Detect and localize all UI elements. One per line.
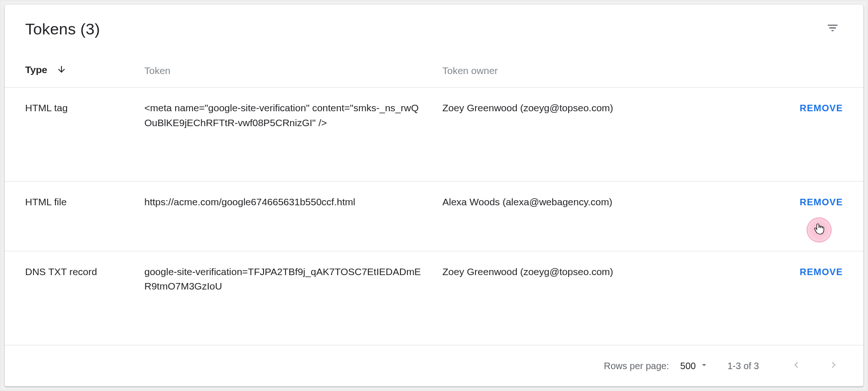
column-header-token[interactable]: Token xyxy=(135,50,433,88)
cell-token: google-site-verification=TFJPA2TBf9j_qAK… xyxy=(135,251,433,345)
rows-per-page-select[interactable]: 500 xyxy=(680,360,709,372)
cell-owner: Zoey Greenwood (zoeyg@topseo.com) xyxy=(433,251,694,345)
dropdown-icon xyxy=(699,360,709,372)
prev-page-button[interactable] xyxy=(787,357,806,375)
tokens-card: Tokens (3) Type Token Token owner xyxy=(5,5,863,386)
column-header-owner-label: Token owner xyxy=(442,65,498,76)
pagination-range: 1-3 of 3 xyxy=(727,361,759,371)
filter-button[interactable] xyxy=(822,19,843,39)
rows-per-page-value: 500 xyxy=(680,361,696,371)
cell-token: https://acme.com/google674665631b550ccf.… xyxy=(135,182,433,251)
table-row: HTML file https://acme.com/google6746656… xyxy=(5,182,863,251)
column-header-owner[interactable]: Token owner xyxy=(433,50,694,88)
remove-button[interactable]: REMOVE xyxy=(800,197,843,208)
page-nav xyxy=(787,357,843,375)
rows-per-page: Rows per page: 500 xyxy=(604,360,709,372)
card-header: Tokens (3) xyxy=(5,5,863,50)
rows-per-page-label: Rows per page: xyxy=(604,361,669,371)
chevron-right-icon xyxy=(827,359,840,373)
remove-button[interactable]: REMOVE xyxy=(800,103,843,114)
column-header-type-label: Type xyxy=(25,64,47,75)
table-row: HTML tag <meta name="google-site-verific… xyxy=(5,88,863,182)
next-page-button[interactable] xyxy=(824,357,843,375)
chevron-left-icon xyxy=(790,359,802,373)
column-header-type[interactable]: Type xyxy=(5,50,135,88)
pagination-bar: Rows per page: 500 1-3 of 3 xyxy=(5,345,863,386)
cell-type: HTML tag xyxy=(5,88,135,182)
cell-owner: Zoey Greenwood (zoeyg@topseo.com) xyxy=(433,88,694,182)
cell-type: HTML file xyxy=(5,182,135,251)
table-header-row: Type Token Token owner xyxy=(5,50,863,88)
cell-token: <meta name="google-site-verification" co… xyxy=(135,88,433,182)
page-title: Tokens (3) xyxy=(25,20,100,38)
column-header-token-label: Token xyxy=(144,65,170,76)
table-row: DNS TXT record google-site-verification=… xyxy=(5,251,863,345)
tokens-table: Type Token Token owner HTML tag <meta na… xyxy=(5,50,863,345)
cell-type: DNS TXT record xyxy=(5,251,135,345)
column-header-action xyxy=(694,50,863,88)
remove-button[interactable]: REMOVE xyxy=(800,267,843,277)
sort-descending-icon xyxy=(56,64,67,77)
filter-list-icon xyxy=(826,21,839,36)
cell-owner: Alexa Woods (alexa@webagency.com) xyxy=(433,182,694,251)
